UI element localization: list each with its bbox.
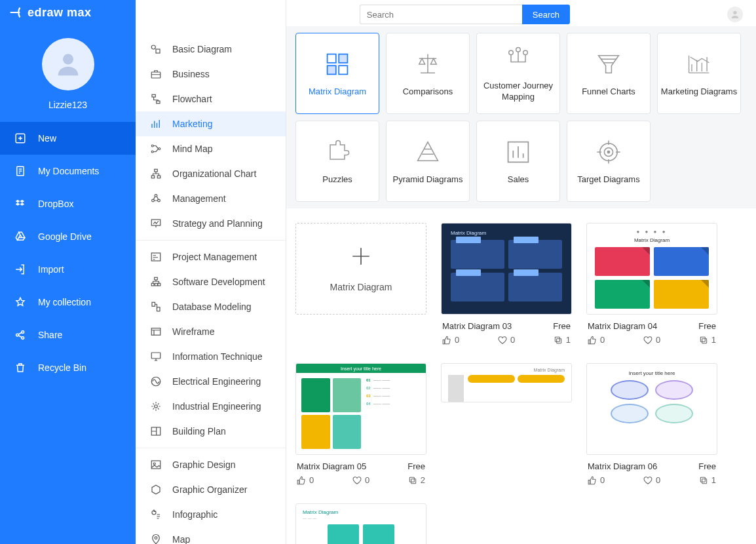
cat-infographic[interactable]: Infographic	[136, 502, 286, 527]
nav-label: DropBox	[38, 199, 73, 209]
thumbsup-icon	[297, 476, 306, 485]
tile-journey[interactable]: Customer Journey Mapping	[476, 33, 560, 114]
nav-gdrive[interactable]: Google Drive	[0, 220, 136, 253]
fav-stat[interactable]: 0	[643, 335, 660, 345]
cat-electrical[interactable]: Electrical Engineering	[136, 369, 286, 394]
edraw-logo-icon	[8, 5, 22, 20]
template-card[interactable]: ● ● ● ●Matrix Diagram Matrix Diagram 04F…	[586, 223, 717, 350]
heart-icon	[352, 476, 362, 485]
subtype-tiles: Matrix Diagram Comparisons Customer Jour…	[286, 0, 756, 208]
nav-collection[interactable]: My collection	[0, 286, 136, 319]
tile-funnel[interactable]: Funnel Charts	[567, 33, 651, 114]
cat-business[interactable]: Business	[136, 62, 286, 87]
floorplan-icon	[150, 425, 162, 437]
like-stat[interactable]: 0	[442, 335, 459, 345]
cat-graphic-design[interactable]: Graphic Design	[136, 452, 286, 477]
category-sidebar: Basic Diagram Business Flowchart Marketi…	[136, 0, 286, 544]
search-wrap: Search	[360, 5, 570, 24]
wave-icon	[150, 376, 162, 387]
cat-marketing[interactable]: Marketing	[136, 111, 286, 136]
nav-recycle[interactable]: Recycle Bin	[0, 351, 136, 384]
cat-graphic-org[interactable]: Graphic Organizer	[136, 477, 286, 502]
copy-stat[interactable]: 1	[699, 335, 716, 345]
template-card[interactable]: Matrix Diagram— — — Matrix Diagram 07Fre…	[295, 503, 426, 544]
sidebar-left: edraw max Lizzie123 New My Documents Dro…	[0, 0, 136, 544]
cat-mindmap[interactable]: Mind Map	[136, 136, 286, 161]
bars-icon	[504, 138, 533, 166]
svg-rect-10	[157, 101, 160, 104]
svg-rect-25	[158, 283, 161, 286]
svg-rect-55	[702, 478, 706, 483]
tile-puzzles[interactable]: Puzzles	[295, 121, 379, 202]
tile-label: Pyramid Diagrams	[393, 174, 463, 185]
template-card-partial[interactable]: Matrix Diagram	[441, 363, 572, 490]
tile-sales[interactable]: Sales	[476, 121, 560, 202]
tile-marketing-diagrams[interactable]: Marketing Diagrams	[657, 33, 741, 114]
cat-label: Strategy and Planning	[172, 218, 263, 229]
pin-icon	[150, 534, 162, 544]
cat-management[interactable]: Management	[136, 186, 286, 211]
profile-icon[interactable]	[727, 7, 743, 22]
template-title: Matrix Diagram 05	[297, 461, 366, 471]
cat-project[interactable]: Project Management	[136, 244, 286, 269]
avatar[interactable]	[42, 38, 94, 90]
cat-database[interactable]: Database Modeling	[136, 294, 286, 319]
cat-orgchart[interactable]: Organizational Chart	[136, 161, 286, 186]
cat-label: Management	[172, 193, 226, 204]
svg-rect-54	[409, 477, 414, 482]
cat-label: Basic Diagram	[172, 44, 232, 54]
tile-comparisons[interactable]: Comparisons	[386, 33, 470, 114]
cat-map[interactable]: Map	[136, 527, 286, 544]
like-stat[interactable]: 0	[588, 475, 605, 485]
template-price: Free	[698, 461, 716, 471]
nav-new[interactable]: New	[0, 122, 136, 155]
copy-count: 2	[421, 475, 425, 485]
tile-target[interactable]: Target Diagrams	[567, 121, 651, 202]
cat-building[interactable]: Building Plan	[136, 419, 286, 444]
nav-import[interactable]: Import	[0, 253, 136, 286]
fav-stat[interactable]: 0	[643, 475, 660, 485]
svg-rect-26	[152, 302, 155, 306]
nav-dropbox[interactable]: DropBox	[0, 187, 136, 220]
fav-stat[interactable]: 0	[352, 475, 369, 485]
tile-pyramid[interactable]: Pyramid Diagrams	[386, 121, 470, 202]
cat-strategy[interactable]: Strategy and Planning	[136, 211, 286, 236]
cat-basic-diagram[interactable]: Basic Diagram	[136, 37, 286, 62]
nav-share[interactable]: Share	[0, 319, 136, 351]
import-icon	[14, 263, 26, 275]
like-count: 0	[600, 475, 605, 485]
template-price: Free	[553, 321, 571, 331]
search-button[interactable]: Search	[522, 5, 570, 24]
template-card[interactable]: Insert your title here01—— ——02—— ——03——…	[295, 363, 426, 490]
nav-mydocs[interactable]: My Documents	[0, 155, 136, 187]
cat-label: Graphic Design	[172, 459, 236, 470]
copy-stat[interactable]: 2	[408, 475, 425, 485]
heart-icon	[498, 336, 507, 345]
cat-industrial[interactable]: Industrial Engineering	[136, 394, 286, 419]
template-card[interactable]: Matrix Diagram Matrix Diagram 03Free 0 0…	[441, 223, 572, 350]
plus-icon	[350, 245, 372, 267]
cat-wireframe[interactable]: Wireframe	[136, 319, 286, 344]
like-stat[interactable]: 0	[297, 475, 314, 485]
template-title: Matrix Diagram 03	[442, 321, 512, 331]
fav-stat[interactable]: 0	[498, 335, 515, 345]
copy-stat[interactable]: 1	[554, 335, 571, 345]
thumb-dots: ● ● ● ●	[595, 229, 709, 235]
search-input[interactable]	[360, 5, 522, 24]
cat-software[interactable]: Software Development	[136, 269, 286, 294]
svg-rect-41	[339, 66, 347, 74]
copy-icon	[408, 476, 417, 485]
cat-label: Wireframe	[172, 326, 215, 337]
svg-rect-40	[328, 66, 336, 74]
svg-point-37	[733, 11, 736, 14]
template-card[interactable]: Insert your title here Matrix Diagram 06…	[586, 363, 717, 490]
like-stat[interactable]: 0	[588, 335, 605, 345]
cat-info-tech[interactable]: Information Technique	[136, 344, 286, 369]
infographic-icon	[150, 509, 162, 520]
svg-point-36	[155, 537, 157, 539]
cat-flowchart[interactable]: Flowchart	[136, 87, 286, 111]
tile-matrix-diagram[interactable]: Matrix Diagram	[295, 33, 379, 114]
svg-rect-24	[155, 283, 158, 286]
copy-stat[interactable]: 1	[699, 475, 716, 485]
template-create[interactable]: Matrix Diagram	[295, 223, 426, 350]
